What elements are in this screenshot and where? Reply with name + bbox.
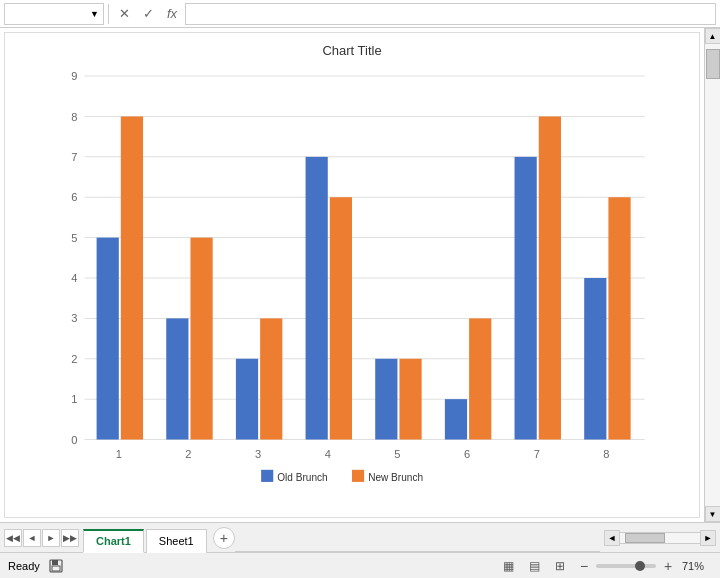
fx-button[interactable]: fx	[161, 3, 183, 25]
save-icon	[49, 559, 63, 573]
svg-rect-29	[52, 560, 58, 565]
confirm-button[interactable]: ✓	[137, 3, 159, 25]
bar-1-orange	[121, 116, 143, 439]
bar-8-orange	[608, 197, 630, 439]
bar-8-blue	[584, 278, 606, 440]
bar-3-orange	[260, 318, 282, 439]
svg-rect-30	[52, 566, 60, 571]
tab-nav-buttons: ◀◀ ◄ ► ▶▶	[4, 529, 79, 547]
svg-text:4: 4	[71, 272, 77, 284]
page-layout-button[interactable]: ▤	[524, 556, 544, 576]
bar-chart-svg: 9 8 7 6 5 4 3 2 1 0 1	[15, 66, 689, 490]
bar-6-orange	[469, 318, 491, 439]
name-box[interactable]: ▼	[4, 3, 104, 25]
tab-nav-first-button[interactable]: ◀◀	[4, 529, 22, 547]
right-scrollbar: ▲ ▼	[704, 28, 720, 522]
scroll-down-button[interactable]: ▼	[705, 506, 721, 522]
bar-6-blue	[445, 399, 467, 439]
svg-text:3: 3	[71, 312, 77, 324]
svg-text:6: 6	[464, 448, 470, 460]
svg-text:1: 1	[71, 393, 77, 405]
legend-orange-label: New Brunch	[368, 472, 423, 483]
scroll-track[interactable]	[705, 44, 720, 506]
add-sheet-button[interactable]: +	[213, 527, 235, 549]
bar-4-orange	[330, 197, 352, 439]
status-bar-left: Ready	[8, 556, 66, 576]
svg-text:7: 7	[71, 151, 77, 163]
cancel-button[interactable]: ✕	[113, 3, 135, 25]
svg-text:5: 5	[394, 448, 400, 460]
h-scroll-thumb[interactable]	[625, 533, 665, 543]
tab-nav-next-button[interactable]: ►	[42, 529, 60, 547]
svg-text:4: 4	[325, 448, 331, 460]
formula-bar-divider	[108, 4, 109, 24]
legend-orange-box	[352, 470, 364, 482]
scroll-up-button[interactable]: ▲	[705, 28, 721, 44]
svg-text:5: 5	[71, 232, 77, 244]
tab-nav-prev-button[interactable]: ◄	[23, 529, 41, 547]
sheet-tab-chart1[interactable]: Chart1	[83, 529, 144, 553]
svg-text:0: 0	[71, 434, 77, 446]
zoom-thumb[interactable]	[635, 561, 645, 571]
bar-5-blue	[375, 359, 397, 440]
bar-5-orange	[399, 359, 421, 440]
bar-3-blue	[236, 359, 258, 440]
save-icon-button[interactable]	[46, 556, 66, 576]
formula-bar: ▼ ✕ ✓ fx	[0, 0, 720, 28]
bar-2-orange	[190, 238, 212, 440]
h-scrollbar: ◄ ►	[604, 530, 716, 546]
h-scroll-left-button[interactable]: ◄	[604, 530, 620, 546]
h-scroll-right-button[interactable]: ►	[700, 530, 716, 546]
zoom-minus-button[interactable]: −	[576, 558, 592, 574]
bar-2-blue	[166, 318, 188, 439]
scroll-thumb[interactable]	[706, 49, 720, 79]
sheet-tab-sheet1[interactable]: Sheet1	[146, 529, 207, 553]
chart-container: 9 8 7 6 5 4 3 2 1 0 1	[15, 66, 689, 490]
legend-blue-box	[261, 470, 273, 482]
bar-7-orange	[539, 116, 561, 439]
zoom-level: 71%	[682, 560, 712, 572]
zoom-slider-container: − +	[576, 558, 676, 574]
chart-area[interactable]: Chart Title 9 8 7	[4, 32, 700, 518]
normal-view-button[interactable]: ▦	[498, 556, 518, 576]
svg-text:3: 3	[255, 448, 261, 460]
name-box-dropdown-icon[interactable]: ▼	[90, 9, 99, 19]
formula-input[interactable]	[185, 3, 716, 25]
svg-text:7: 7	[534, 448, 540, 460]
svg-text:8: 8	[603, 448, 609, 460]
status-bar: Ready ▦ ▤ ⊞ − + 71%	[0, 552, 720, 578]
svg-text:9: 9	[71, 70, 77, 82]
ready-text: Ready	[8, 560, 40, 572]
zoom-slider[interactable]	[596, 564, 656, 568]
status-bar-right: ▦ ▤ ⊞ − + 71%	[498, 556, 712, 576]
svg-text:1: 1	[116, 448, 122, 460]
h-scroll-track[interactable]	[620, 532, 700, 544]
sheet-tabs-area: ◀◀ ◄ ► ▶▶ Chart1 Sheet1 + ◄ ►	[0, 522, 720, 552]
svg-text:2: 2	[71, 353, 77, 365]
bar-7-blue	[515, 157, 537, 440]
svg-text:6: 6	[71, 191, 77, 203]
page-break-button[interactable]: ⊞	[550, 556, 570, 576]
bar-4-blue	[306, 157, 328, 440]
legend-blue-label: Old Brunch	[277, 472, 327, 483]
chart-title: Chart Title	[15, 43, 689, 58]
zoom-plus-button[interactable]: +	[660, 558, 676, 574]
svg-text:8: 8	[71, 111, 77, 123]
bar-1-blue	[97, 238, 119, 440]
svg-text:2: 2	[185, 448, 191, 460]
main-content: Chart Title 9 8 7	[0, 28, 720, 522]
tabs-right-divider	[235, 551, 600, 552]
tab-nav-last-button[interactable]: ▶▶	[61, 529, 79, 547]
